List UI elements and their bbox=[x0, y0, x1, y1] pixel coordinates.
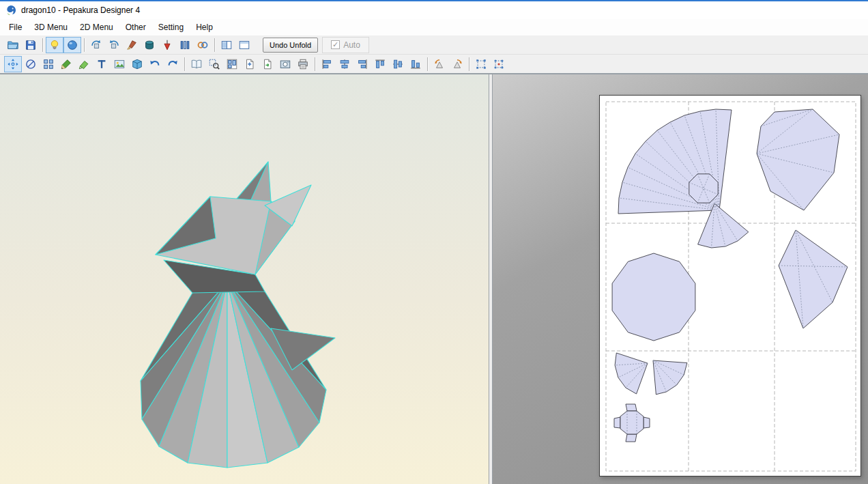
align-right-button[interactable] bbox=[353, 56, 371, 72]
insert-image-button[interactable] bbox=[111, 56, 128, 72]
print-icon bbox=[297, 58, 309, 70]
pattern-piece-cap-octagon[interactable] bbox=[689, 174, 718, 203]
undo-button[interactable] bbox=[146, 56, 164, 72]
add-page-button[interactable] bbox=[241, 56, 259, 72]
select-disc-icon bbox=[25, 58, 37, 70]
capture-view-button[interactable] bbox=[276, 56, 294, 72]
add-page-icon bbox=[244, 58, 256, 70]
print-button[interactable] bbox=[294, 56, 312, 72]
export-page-button[interactable] bbox=[259, 56, 276, 72]
single-window-icon bbox=[238, 39, 250, 51]
parts-box-icon bbox=[131, 58, 143, 70]
texture-view-button[interactable] bbox=[63, 37, 81, 53]
select-disc-button[interactable] bbox=[22, 56, 40, 72]
redo-button[interactable] bbox=[164, 56, 182, 72]
insert-image-icon bbox=[113, 58, 126, 70]
toolbar-separator bbox=[427, 57, 428, 71]
export-page-icon bbox=[261, 58, 274, 70]
pattern-piece-ear-fan-right[interactable] bbox=[653, 360, 687, 395]
split-window-button[interactable] bbox=[218, 37, 235, 53]
align-left-button[interactable] bbox=[318, 56, 336, 72]
snap-grid-button[interactable] bbox=[472, 56, 490, 72]
align-top-button[interactable] bbox=[371, 56, 389, 72]
pattern-page[interactable] bbox=[599, 95, 861, 476]
window-title: dragon10 - Pepakura Designer 4 bbox=[21, 5, 140, 15]
zoom-select-button[interactable] bbox=[205, 56, 223, 72]
pattern-piece-head[interactable] bbox=[757, 109, 839, 210]
light-toggle-button[interactable] bbox=[46, 37, 63, 53]
joint-link-button[interactable] bbox=[194, 37, 212, 53]
material-cylinder-icon bbox=[143, 39, 156, 51]
light-toggle-icon bbox=[48, 39, 61, 51]
toolbar-separator bbox=[42, 38, 43, 52]
align-center-v-icon bbox=[392, 58, 404, 70]
rotate-view-right-button[interactable] bbox=[105, 37, 123, 53]
view-3d-pane[interactable] bbox=[0, 74, 489, 484]
pan-tool-button[interactable] bbox=[4, 56, 22, 72]
material-cylinder-button[interactable] bbox=[141, 37, 158, 53]
auto-layout-icon bbox=[226, 58, 238, 70]
paint-material-button[interactable] bbox=[123, 37, 141, 53]
pattern-piece-base-decagon[interactable] bbox=[612, 253, 695, 341]
menu-file[interactable]: File bbox=[3, 20, 28, 35]
divide-parts-button[interactable] bbox=[40, 56, 57, 72]
insert-text-button[interactable] bbox=[93, 56, 111, 72]
snap-grid-icon bbox=[475, 58, 487, 70]
menu-help[interactable]: Help bbox=[190, 20, 219, 35]
redo-icon bbox=[167, 58, 179, 70]
edge-pencil-button[interactable] bbox=[57, 56, 75, 72]
toolbar-main-icons bbox=[4, 37, 253, 53]
pattern-piece-tail-kite[interactable] bbox=[779, 230, 848, 328]
scale-bars-button[interactable] bbox=[176, 37, 194, 53]
toolbar-2d bbox=[0, 55, 868, 74]
rotate-cw-button[interactable] bbox=[448, 56, 466, 72]
parts-box-button[interactable] bbox=[128, 56, 146, 72]
book-layout-button[interactable] bbox=[188, 56, 205, 72]
pan-tool-icon bbox=[7, 58, 19, 70]
toolbar-separator bbox=[184, 57, 185, 71]
auto-layout-button[interactable] bbox=[223, 56, 241, 72]
rotate-ccw-button[interactable] bbox=[431, 56, 448, 72]
divide-parts-icon bbox=[42, 58, 55, 70]
align-bottom-button[interactable] bbox=[407, 56, 424, 72]
pepakura-window: { "window": { "title": "dragon10 - Pepak… bbox=[0, 0, 868, 484]
auto-checkbox-label: Auto bbox=[343, 40, 360, 50]
3d-model-canvas[interactable] bbox=[0, 74, 489, 484]
open-file-button[interactable] bbox=[4, 37, 22, 53]
align-top-icon bbox=[374, 58, 386, 70]
align-right-icon bbox=[356, 58, 368, 70]
align-center-h-button[interactable] bbox=[336, 56, 353, 72]
rotate-view-left-icon bbox=[90, 39, 102, 51]
snap-vertices-button[interactable] bbox=[490, 56, 508, 72]
rotate-ccw-icon bbox=[433, 58, 446, 70]
auto-checkbox[interactable] bbox=[331, 40, 340, 49]
menu-other[interactable]: Other bbox=[119, 20, 152, 35]
rotate-view-left-button[interactable] bbox=[87, 37, 105, 53]
menu-2d-menu[interactable]: 2D Menu bbox=[74, 20, 119, 35]
toolbar-2d-icons bbox=[4, 56, 508, 72]
undo-unfold-button[interactable]: Undo Unfold bbox=[263, 38, 318, 53]
open-file-icon bbox=[7, 39, 19, 51]
toolbar-separator bbox=[315, 57, 315, 71]
plumb-measure-button[interactable] bbox=[158, 37, 176, 53]
pattern-piece-leg-box[interactable] bbox=[614, 404, 650, 442]
toolbar-main: Undo Unfold Auto bbox=[0, 35, 868, 55]
pattern-sheet-canvas[interactable] bbox=[600, 96, 862, 477]
book-layout-icon bbox=[190, 58, 203, 70]
menu-3d-menu[interactable]: 3D Menu bbox=[28, 20, 74, 35]
insert-text-icon bbox=[96, 58, 108, 70]
save-file-button[interactable] bbox=[22, 37, 40, 53]
undo-icon bbox=[149, 58, 161, 70]
pattern-piece-ear-fan-left[interactable] bbox=[615, 353, 648, 394]
align-center-v-button[interactable] bbox=[389, 56, 407, 72]
single-window-button[interactable] bbox=[235, 37, 253, 53]
model-body-cone[interactable] bbox=[141, 282, 326, 468]
align-center-h-icon bbox=[338, 58, 351, 70]
save-file-icon bbox=[25, 39, 37, 51]
menu-setting[interactable]: Setting bbox=[152, 20, 190, 35]
zoom-select-icon bbox=[208, 58, 220, 70]
align-left-icon bbox=[321, 58, 333, 70]
view-2d-pane[interactable] bbox=[493, 74, 868, 484]
title-bar: dragon10 - Pepakura Designer 4 bbox=[0, 0, 868, 19]
flap-brush-button[interactable] bbox=[75, 56, 93, 72]
